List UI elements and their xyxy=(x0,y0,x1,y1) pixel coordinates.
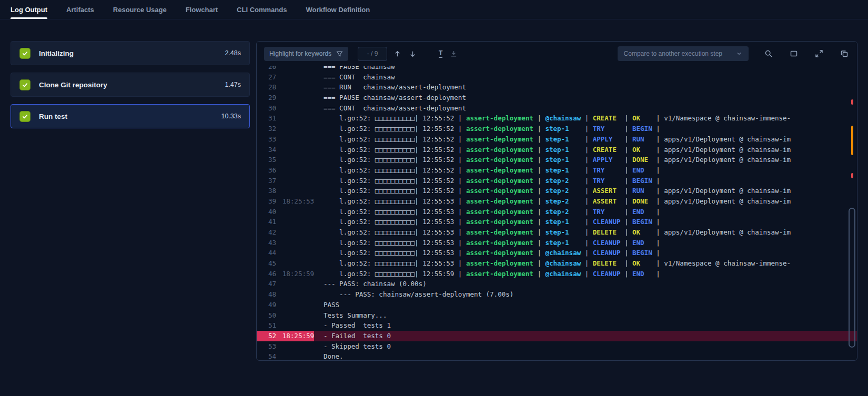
frame-icon xyxy=(790,49,798,58)
success-check-icon xyxy=(19,48,31,59)
line-text: l.go:52: □□□□□□□□□□| 12:55:52 | assert-d… xyxy=(314,186,857,196)
log-line: 35 l.go:52: □□□□□□□□□□| 12:55:52 | asser… xyxy=(257,155,857,165)
scroll-marker xyxy=(851,126,853,155)
search-icon xyxy=(764,49,773,58)
line-number[interactable]: 36 xyxy=(257,165,276,176)
log-line: 33 l.go:52: □□□□□□□□□□| 12:55:52 | asser… xyxy=(257,134,857,145)
line-number[interactable]: 26 xyxy=(257,66,276,72)
line-timestamp xyxy=(276,124,314,134)
line-text: l.go:52: □□□□□□□□□□| 12:55:52 | assert-d… xyxy=(314,134,857,145)
log-line: 44 l.go:52: □□□□□□□□□□| 12:55:53 | asser… xyxy=(257,248,857,258)
log-line: 34 l.go:52: □□□□□□□□□□| 12:55:52 | asser… xyxy=(257,145,857,155)
line-number[interactable]: 54 xyxy=(257,351,276,360)
line-timestamp: 18:25:59 xyxy=(276,331,314,341)
fullscreen-button[interactable] xyxy=(814,48,824,59)
log-line: 27=== CONT chainsaw xyxy=(257,72,857,83)
line-number[interactable]: 47 xyxy=(257,279,276,289)
download-icon xyxy=(450,50,458,58)
success-check-icon xyxy=(19,111,31,122)
text-top-icon: T xyxy=(439,50,442,58)
line-number[interactable]: 33 xyxy=(257,134,276,145)
line-text: l.go:52: □□□□□□□□□□| 12:55:53 | assert-d… xyxy=(314,227,857,238)
step-label: Clone Git repository xyxy=(39,81,216,89)
line-number[interactable]: 48 xyxy=(257,289,276,300)
log-panel: Highlight for keywords - / 9 T xyxy=(256,41,857,361)
highlight-keywords-button[interactable]: Highlight for keywords xyxy=(264,47,348,61)
line-number[interactable]: 28 xyxy=(257,82,276,93)
tab-artifacts[interactable]: Artifacts xyxy=(66,0,94,19)
line-number[interactable]: 35 xyxy=(257,155,276,165)
tab-cli-commands[interactable]: CLI Commands xyxy=(237,0,287,19)
previous-match-button[interactable] xyxy=(392,49,402,59)
line-number[interactable]: 52 xyxy=(257,331,276,341)
line-number[interactable]: 37 xyxy=(257,176,276,186)
line-number[interactable]: 44 xyxy=(257,248,276,258)
scroll-to-top-button[interactable]: T xyxy=(438,49,443,59)
copy-log-button[interactable] xyxy=(839,48,850,59)
highlight-keywords-label: Highlight for keywords xyxy=(269,50,331,57)
tab-workflow-definition[interactable]: Workflow Definition xyxy=(306,0,370,19)
line-number[interactable]: 46 xyxy=(257,269,276,279)
line-text: l.go:52: □□□□□□□□□□| 12:55:59 | assert-d… xyxy=(314,269,857,279)
line-text: --- PASS: chainsaw (0.00s) xyxy=(314,279,857,289)
line-number[interactable]: 27 xyxy=(257,72,276,83)
line-text: l.go:52: □□□□□□□□□□| 12:55:53 | assert-d… xyxy=(314,196,857,207)
wrap-lines-button[interactable] xyxy=(789,48,799,59)
line-number[interactable]: 50 xyxy=(257,310,276,321)
log-line: 54Done. xyxy=(257,351,857,360)
log-line: 36 l.go:52: □□□□□□□□□□| 12:55:52 | asser… xyxy=(257,165,857,176)
line-number[interactable]: 53 xyxy=(257,341,276,352)
line-number[interactable]: 43 xyxy=(257,238,276,248)
log-content[interactable]: 26=== PAUSE chainsaw27=== CONT chainsaw2… xyxy=(257,66,857,360)
step-card-clone-git-repository[interactable]: Clone Git repository1.47s xyxy=(11,73,250,97)
step-card-run-test[interactable]: Run test10.33s xyxy=(11,104,250,128)
line-timestamp xyxy=(276,176,314,186)
line-number[interactable]: 30 xyxy=(257,103,276,114)
expand-icon xyxy=(815,49,823,58)
line-timestamp xyxy=(276,248,314,258)
log-line: 49PASS xyxy=(257,300,857,310)
next-match-button[interactable] xyxy=(408,49,418,59)
tab-log-output[interactable]: Log Output xyxy=(11,0,47,19)
arrow-up-icon xyxy=(393,50,401,58)
log-line: 32 l.go:52: □□□□□□□□□□| 12:55:52 | asser… xyxy=(257,124,857,134)
line-number[interactable]: 49 xyxy=(257,300,276,310)
line-text: PASS xyxy=(314,300,857,310)
log-line: 29=== PAUSE chainsaw/assert-deployment xyxy=(257,93,857,103)
line-text: - Skipped tests 0 xyxy=(314,341,857,352)
step-card-initializing[interactable]: Initializing2.48s xyxy=(11,41,250,65)
line-timestamp xyxy=(276,320,314,331)
line-number[interactable]: 40 xyxy=(257,207,276,217)
arrow-down-icon xyxy=(409,50,417,58)
tab-flowchart[interactable]: Flowchart xyxy=(186,0,218,19)
compare-step-dropdown[interactable]: Compare to another execution step xyxy=(618,46,749,61)
line-text: l.go:52: □□□□□□□□□□| 12:55:53 | assert-d… xyxy=(314,238,857,248)
line-timestamp xyxy=(276,310,314,321)
line-number[interactable]: 51 xyxy=(257,320,276,331)
tab-resource-usage[interactable]: Resource Usage xyxy=(113,0,167,19)
search-button[interactable] xyxy=(763,48,774,59)
log-line: 51- Passed tests 1 xyxy=(257,320,857,331)
download-log-button[interactable] xyxy=(449,49,459,59)
line-timestamp xyxy=(276,72,314,83)
line-text: === PAUSE chainsaw xyxy=(314,66,857,72)
line-text: l.go:52: □□□□□□□□□□| 12:55:52 | assert-d… xyxy=(314,124,857,134)
line-number[interactable]: 45 xyxy=(257,258,276,269)
step-duration: 1.47s xyxy=(225,81,241,88)
line-timestamp xyxy=(276,82,314,93)
line-text: - Passed tests 1 xyxy=(314,320,857,331)
log-line: 30=== CONT chainsaw/assert-deployment xyxy=(257,103,857,114)
log-line: 40 l.go:52: □□□□□□□□□□| 12:55:53 | asser… xyxy=(257,207,857,217)
line-number[interactable]: 41 xyxy=(257,217,276,227)
step-label: Run test xyxy=(39,113,213,120)
line-number[interactable]: 39 xyxy=(257,196,276,207)
line-number[interactable]: 31 xyxy=(257,113,276,124)
line-number[interactable]: 42 xyxy=(257,227,276,238)
line-number[interactable]: 34 xyxy=(257,145,276,155)
scrollbar-thumb[interactable] xyxy=(849,208,855,348)
line-text: Tests Summary... xyxy=(314,310,857,321)
line-number[interactable]: 32 xyxy=(257,124,276,134)
line-number[interactable]: 38 xyxy=(257,186,276,196)
line-timestamp: 18:25:53 xyxy=(276,196,314,207)
line-number[interactable]: 29 xyxy=(257,93,276,103)
